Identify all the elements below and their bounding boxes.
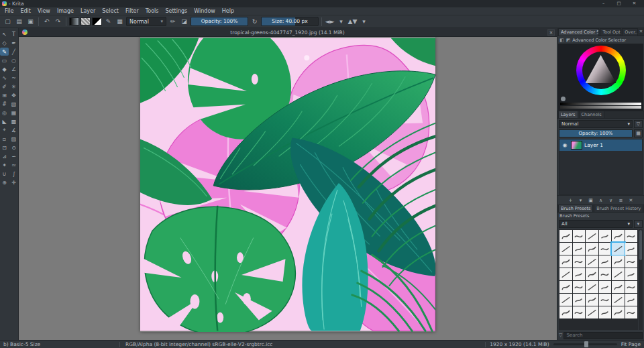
tool-contiguous-select[interactable]: ✶ [0,161,9,169]
canvas-image[interactable] [140,37,435,332]
foreground-background-colors[interactable] [92,17,102,25]
size-slider[interactable]: Size: 40.00 px [261,17,319,26]
menu-window[interactable]: Window [191,7,219,15]
brush-tab-1[interactable]: Brush Preset History [594,205,643,212]
tool-freehand-path[interactable]: ~ [9,74,18,82]
tool-freehand-brush[interactable]: ✎ [0,48,9,56]
menu-select[interactable]: Select [99,7,122,15]
opacity-slider[interactable]: Opacity: 100% [191,17,248,26]
layers-tab-1[interactable]: Channels [579,111,604,118]
blending-mode-select[interactable]: Normal▾ [126,17,166,26]
tool-rectangular-select[interactable]: ⊡ [0,143,9,152]
new-document-icon[interactable]: ▢ [3,17,13,27]
tool-elliptical-select[interactable]: ⊙ [9,143,18,152]
brush-preset-38[interactable] [586,306,598,318]
tool-move[interactable]: ✥ [9,91,18,99]
layers-tab-0[interactable]: Layers [558,111,578,118]
open-image-icon[interactable]: ▤ [14,17,24,27]
tool-enclose-fill[interactable]: ▩ [9,117,18,125]
brush-preset-25[interactable] [573,281,586,293]
brush-preset-39[interactable] [599,306,612,318]
canvas-viewport[interactable] [19,37,557,340]
layer-opacity-slider[interactable]: Opacity: 100% [559,129,633,137]
save-icon[interactable]: ▣ [25,17,36,27]
tool-polygonal-select[interactable]: ⊿ [0,152,9,160]
tool-dynamic-brush[interactable]: ✐ [0,82,9,91]
brush-preset-2[interactable] [586,230,598,242]
menu-edit[interactable]: Edit [17,7,34,15]
brush-preset-11[interactable] [625,243,638,255]
brush-preset-15[interactable] [599,255,612,268]
brush-preset-40[interactable] [612,306,625,318]
delete-layer-button[interactable]: ✕ [627,196,635,204]
brush-preset-19[interactable] [573,268,586,280]
brush-preset-34[interactable] [612,294,625,306]
tool-line[interactable]: ╱ [9,48,18,56]
brush-preset-4[interactable] [612,230,625,242]
tool-edit-shapes[interactable]: ◇ [0,39,9,47]
menu-tools[interactable]: Tools [142,7,162,15]
tool-text[interactable]: T [9,30,18,38]
brush-preset-1[interactable] [573,230,586,242]
color-selector-shape-icon[interactable]: ◩ [566,38,571,43]
close-button[interactable]: ✕ [627,0,642,7]
tool-polygon[interactable]: ◆ [0,65,9,73]
tool-select-shapes[interactable]: ↖ [0,30,9,38]
brush-tag-icon[interactable]: ▾ [634,220,643,228]
brush-preset-14[interactable] [586,255,598,268]
tool-gradient[interactable]: ▧ [9,100,18,108]
tool-color-sampler[interactable]: ◎ [0,109,9,117]
brush-grid-scrollbar[interactable] [639,229,643,330]
brush-preset-23[interactable] [625,268,638,280]
maximize-button[interactable]: □ [611,0,627,7]
tool-similar-color-select[interactable]: ≈ [9,161,18,169]
menu-image[interactable]: Image [54,7,77,15]
tool-freehand-select[interactable]: ∽ [9,152,18,160]
brush-preset-0[interactable] [559,230,572,242]
brush-preset-31[interactable] [573,294,586,306]
tool-rectangle[interactable]: ▭ [0,56,9,64]
gradient-chooser[interactable] [69,17,79,25]
brush-preset-26[interactable] [586,281,598,293]
tool-fill[interactable]: ◣ [0,117,9,125]
brush-search-input[interactable] [564,332,643,339]
pattern-chooser[interactable] [80,17,91,25]
tool-zoom[interactable]: ⊕ [0,178,9,186]
move-layer-down-button[interactable]: ∨ [607,196,614,204]
tool-transform[interactable]: ⊞ [0,91,9,99]
tool-magnetic-select[interactable]: ∪ [0,170,9,178]
tool-ellipse[interactable]: ○ [9,56,18,64]
brush-preset-10[interactable] [612,243,625,255]
brush-preset-36[interactable] [559,306,572,318]
brush-preset-30[interactable] [559,294,572,306]
zoom-slider-thumb[interactable] [584,341,588,347]
mirror-vertical-icon[interactable]: ▲▼ [347,17,358,27]
brush-preset-21[interactable] [599,268,612,280]
brush-preset-29[interactable] [625,281,638,293]
brush-preset-9[interactable] [599,243,612,255]
paint-mode-icon[interactable]: ✏ [168,17,178,27]
redo-icon[interactable]: ↷ [53,17,63,27]
docker-close-button[interactable]: ✕ [639,28,643,36]
brush-preset-22[interactable] [612,268,625,280]
minimize-button[interactable]: – [596,0,611,7]
brush-preset-41[interactable] [625,306,638,318]
brush-preset-28[interactable] [612,281,625,293]
zoom-mode-label[interactable]: Fit Page [621,341,641,347]
layer-visibility-icon[interactable]: ◉ [561,142,569,148]
mirror-horizontal-caret-icon[interactable]: ▾ [336,17,346,27]
brush-preset-24[interactable] [559,281,572,293]
brush-tab-0[interactable]: Brush Presets [558,205,593,212]
brush-preset-32[interactable] [586,294,598,306]
layer-filter-icon[interactable]: ▽ [634,120,643,128]
brush-preset-35[interactable] [625,294,638,306]
brush-preset-6[interactable] [559,243,572,255]
erase-mode-icon[interactable]: ◪ [179,17,189,27]
menu-filter[interactable]: Filter [122,7,142,15]
layer-row[interactable]: ◉ Layer 1 [559,139,642,151]
last-color-swatch[interactable] [561,97,566,101]
layer-blending-mode-select[interactable]: Normal ▾ [559,120,633,128]
menu-file[interactable]: File [1,7,17,15]
value-gradient-strip[interactable] [560,103,641,105]
fill-pattern-icon[interactable]: ▦ [115,17,125,27]
